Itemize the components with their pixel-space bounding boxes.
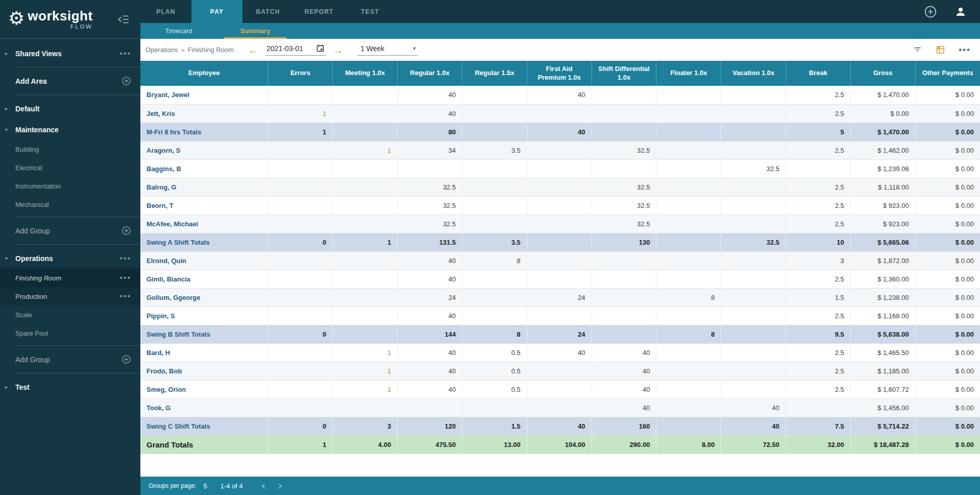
cell-shift-differential-1-0x: [592, 288, 656, 307]
column-header-other-payments[interactable]: Other Payments: [915, 61, 980, 86]
more-options-icon[interactable]: •••: [959, 45, 971, 55]
sidebar-item-scale[interactable]: Scale: [0, 305, 140, 324]
sidebar-item-maintenance[interactable]: ▾Maintenance: [0, 119, 140, 140]
calendar-icon[interactable]: [316, 44, 325, 53]
employee-name[interactable]: Balrog, G: [140, 178, 268, 196]
employee-name[interactable]: Gimli, Biancia: [140, 270, 268, 288]
employee-name[interactable]: Elrond, Quin: [140, 251, 268, 270]
page-size-value[interactable]: 5: [203, 482, 207, 490]
employee-name[interactable]: Beorn, T: [140, 196, 268, 215]
sidebar-item-test[interactable]: ▸Test: [0, 376, 140, 397]
sidebar-item-instrumentation[interactable]: Instrumentation: [0, 177, 140, 195]
column-header-break[interactable]: Break: [786, 61, 851, 86]
sidebar-item-spare-pool[interactable]: Spare Pool: [0, 324, 140, 342]
previous-page-chevron-icon[interactable]: ‹: [261, 481, 266, 491]
sidebar-item-label: Maintenance: [15, 126, 131, 134]
cell-first-aid-premium-1-0x: [527, 233, 592, 251]
employee-name[interactable]: Smeg, Orion: [140, 380, 268, 398]
column-header-meeting-1-0x[interactable]: Meeting 1.0x: [333, 61, 398, 86]
employee-name[interactable]: McAfee, Michael: [140, 215, 268, 233]
sidebar-item-default[interactable]: ▸Default: [0, 98, 140, 119]
breadcrumb-parent[interactable]: Operations: [145, 46, 178, 54]
cell-shift-differential-1-0x: 40: [592, 380, 656, 398]
cell-first-aid-premium-1-0x: 24: [527, 288, 592, 307]
more-options-icon[interactable]: •••: [119, 275, 131, 280]
tab-plan[interactable]: PLAN: [140, 0, 191, 23]
cell-floater-1-0x: [656, 233, 721, 251]
more-options-icon[interactable]: •••: [119, 51, 131, 56]
add-circle-icon[interactable]: [924, 5, 937, 18]
employee-name[interactable]: Jett, Kris: [140, 104, 268, 123]
column-header-regular-1-5x[interactable]: Regular 1.5x: [462, 61, 527, 86]
chevron-down-icon: ▾: [5, 127, 15, 132]
cell-break: 7.5: [786, 417, 851, 435]
tab-test[interactable]: TEST: [345, 0, 396, 23]
employee-name[interactable]: Bryant, Jewel: [140, 86, 268, 104]
date-input[interactable]: 2021-03-01: [265, 44, 326, 56]
cell-gross: $ 1,239.06: [850, 159, 915, 178]
cell-shift-differential-1-0x: [592, 325, 656, 343]
previous-period-arrow-icon[interactable]: ←: [248, 45, 258, 55]
employee-name[interactable]: Pippin, S: [140, 307, 268, 325]
next-page-chevron-icon[interactable]: ›: [278, 481, 283, 491]
subtab-summary[interactable]: Summary: [217, 23, 293, 39]
cell-regular-1-0x: 40: [398, 270, 462, 288]
employee-name[interactable]: Bard, H: [140, 343, 268, 362]
sidebar-item-add-group[interactable]: Add Group: [0, 349, 140, 370]
table-row-employee: Gollum, Ggeorge242481.5$ 1,238.00$ 0.00: [140, 288, 980, 307]
cell-meeting-1-0x: [333, 123, 398, 141]
filter-icon[interactable]: [913, 45, 922, 55]
add-circle-icon[interactable]: [121, 226, 131, 235]
subtab-timecard[interactable]: Timecard: [140, 23, 217, 39]
cell-meeting-1-0x: [333, 86, 398, 104]
employee-name[interactable]: Gollum, Ggeorge: [140, 288, 268, 307]
collapse-sidebar-icon[interactable]: [117, 13, 130, 26]
sidebar-item-add-group[interactable]: Add Group: [0, 220, 140, 241]
table-row-subtotal: Swing B Shift Totals014482489.5$ 5,638.0…: [140, 325, 980, 343]
cell-other-payments: $ 0.00: [915, 196, 980, 215]
cell-vacation-1-0x: [721, 178, 786, 196]
column-header-errors[interactable]: Errors: [268, 61, 333, 86]
pivot-table-icon[interactable]: [936, 45, 945, 55]
column-header-shift-differential-1-0x[interactable]: Shift Differential 1.0x: [592, 61, 656, 86]
more-options-icon[interactable]: •••: [119, 256, 131, 261]
cell-floater-1-0x: [656, 123, 721, 141]
sidebar-item-operations[interactable]: ▾Operations•••: [0, 248, 140, 269]
cell-meeting-1-0x: 1: [333, 343, 398, 362]
sidebar-item-building[interactable]: Building: [0, 140, 140, 158]
employee-name[interactable]: Frodo, Bob: [140, 362, 268, 380]
column-header-regular-1-0x[interactable]: Regular 1.0x: [398, 61, 462, 86]
sidebar-item-shared-views[interactable]: ▸Shared Views•••: [0, 43, 140, 64]
tab-report[interactable]: REPORT: [293, 0, 345, 23]
more-options-icon[interactable]: •••: [119, 294, 131, 299]
sidebar-item-add-area[interactable]: Add Area: [0, 70, 140, 91]
add-circle-icon[interactable]: [121, 76, 131, 86]
tab-batch[interactable]: BATCH: [242, 0, 293, 23]
sidebar-item-finishing-room[interactable]: Finishing Room•••: [0, 269, 140, 287]
sidebar-item-electrical[interactable]: Electrical: [0, 158, 140, 177]
employee-name[interactable]: Took, G: [140, 398, 268, 417]
next-period-arrow-icon[interactable]: →: [333, 45, 343, 55]
cell-vacation-1-0x: [721, 380, 786, 398]
cell-break: 2.5: [786, 343, 851, 362]
sidebar-item-production[interactable]: Production•••: [0, 287, 140, 305]
column-header-employee[interactable]: Employee: [140, 61, 268, 86]
employee-name[interactable]: Aragorn, S: [140, 141, 268, 159]
totals-label: M-Fri 8 hrs Totals: [140, 123, 268, 141]
add-circle-icon[interactable]: [121, 355, 131, 364]
cell-vacation-1-0x: [721, 288, 786, 307]
sidebar-item-mechanical[interactable]: Mechanical: [0, 195, 140, 214]
column-header-gross[interactable]: Gross: [850, 61, 915, 86]
table-row-employee: Took, G4040$ 1,456.00$ 0.00: [140, 398, 980, 417]
column-header-floater-1-0x[interactable]: Floater 1.0x: [656, 61, 721, 86]
cell-floater-1-0x: 8.00: [656, 435, 721, 454]
cell-floater-1-0x: [656, 86, 721, 104]
employee-name[interactable]: Baggins, B: [140, 159, 268, 178]
cell-regular-1-0x: 40: [398, 307, 462, 325]
range-select[interactable]: 1 Week ▼: [357, 44, 418, 56]
user-account-icon[interactable]: [954, 6, 967, 18]
column-header-vacation-1-0x[interactable]: Vacation 1.0x: [721, 61, 786, 86]
tab-pay[interactable]: PAY: [191, 0, 242, 23]
cell-break: 5: [786, 123, 851, 141]
column-header-first-aid-premium-1-0x[interactable]: First Aid Premium 1.0x: [527, 61, 592, 86]
